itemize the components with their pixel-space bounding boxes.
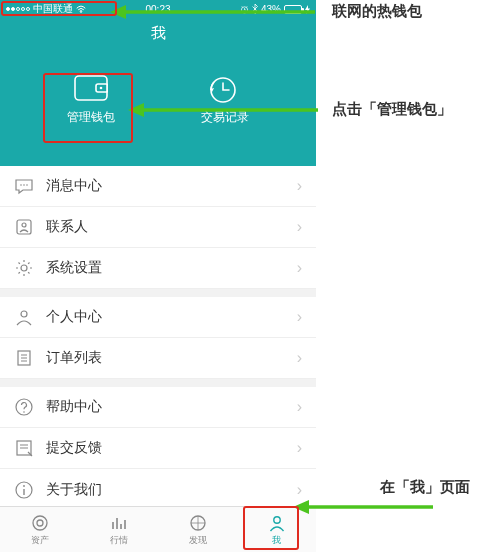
- chevron-right-icon: ›: [297, 259, 302, 277]
- tab-discover[interactable]: 发现: [158, 507, 237, 552]
- tab-label: 行情: [110, 534, 128, 547]
- chevron-right-icon: ›: [297, 439, 302, 457]
- tab-label: 发现: [189, 534, 207, 547]
- row-feedback[interactable]: 提交反馈 ›: [0, 428, 316, 469]
- row-settings[interactable]: 系统设置 ›: [0, 248, 316, 289]
- svg-point-15: [23, 411, 25, 413]
- signal-dots-icon: [6, 7, 30, 11]
- chevron-right-icon: ›: [297, 349, 302, 367]
- tab-me[interactable]: 我: [237, 507, 316, 552]
- tab-assets[interactable]: 资产: [0, 507, 79, 552]
- row-messages[interactable]: 消息中心 ›: [0, 166, 316, 207]
- page-title: 我: [0, 18, 316, 43]
- svg-point-8: [26, 184, 28, 186]
- bluetooth-icon: [252, 4, 258, 14]
- row-label: 消息中心: [46, 177, 102, 195]
- annotation-me-page: 在「我」页面: [380, 478, 470, 497]
- row-label: 联系人: [46, 218, 88, 236]
- manage-wallet-label: 管理钱包: [67, 109, 115, 126]
- contact-icon: [14, 217, 34, 237]
- settings-list: 消息中心 › 联系人 › 系统设置 › 个人中心 › 订单列表 › 帮助中心: [0, 166, 316, 510]
- row-label: 关于我们: [46, 481, 102, 499]
- clock: 00:23: [145, 4, 170, 15]
- alarm-icon: [240, 5, 249, 14]
- battery-pct: 43%: [261, 4, 281, 15]
- header: 我 管理钱包 交易记录: [0, 18, 316, 166]
- svg-point-7: [23, 184, 25, 186]
- svg-point-12: [21, 311, 27, 317]
- svg-point-22: [273, 516, 279, 522]
- svg-point-4: [100, 87, 103, 90]
- history-label: 交易记录: [201, 109, 249, 126]
- assets-icon: [30, 513, 50, 533]
- chevron-right-icon: ›: [297, 177, 302, 195]
- svg-point-11: [21, 265, 27, 271]
- manage-wallet-button[interactable]: 管理钱包: [46, 65, 136, 136]
- battery-icon: [284, 5, 302, 14]
- transaction-history-button[interactable]: 交易记录: [180, 65, 270, 136]
- row-label: 个人中心: [46, 308, 102, 326]
- row-label: 帮助中心: [46, 398, 102, 416]
- gear-icon: [14, 258, 34, 278]
- svg-point-20: [37, 520, 43, 526]
- chevron-right-icon: ›: [297, 398, 302, 416]
- chevron-right-icon: ›: [297, 308, 302, 326]
- feedback-icon: [14, 438, 34, 458]
- chat-icon: [14, 176, 34, 196]
- list-icon: [14, 348, 34, 368]
- svg-point-10: [22, 223, 26, 227]
- help-icon: [14, 397, 34, 417]
- row-label: 提交反馈: [46, 439, 102, 457]
- person-icon: [14, 307, 34, 327]
- wifi-icon: [76, 5, 86, 13]
- row-orders[interactable]: 订单列表 ›: [0, 338, 316, 379]
- chevron-right-icon: ›: [297, 481, 302, 499]
- row-contacts[interactable]: 联系人 ›: [0, 207, 316, 248]
- svg-point-19: [33, 516, 47, 530]
- me-icon: [267, 513, 287, 533]
- info-icon: [14, 480, 34, 500]
- row-label: 系统设置: [46, 259, 102, 277]
- wallet-icon: [74, 75, 108, 101]
- history-icon: [208, 75, 242, 101]
- row-label: 订单列表: [46, 349, 102, 367]
- phone-frame: 中国联通 00:23 43% 我: [0, 0, 316, 552]
- charging-icon: [305, 5, 310, 14]
- annotation-hotwallet: 联网的热钱包: [332, 2, 422, 21]
- status-bar: 中国联通 00:23 43%: [0, 0, 316, 18]
- svg-point-6: [20, 184, 22, 186]
- tab-bar: 资产 行情 发现 我: [0, 506, 316, 552]
- annotation-click-wallet: 点击「管理钱包」: [332, 100, 482, 119]
- tab-label: 我: [272, 534, 281, 547]
- row-about[interactable]: 关于我们 ›: [0, 469, 316, 510]
- row-profile[interactable]: 个人中心 ›: [0, 297, 316, 338]
- svg-point-0: [80, 11, 82, 13]
- discover-icon: [188, 513, 208, 533]
- tab-label: 资产: [31, 534, 49, 547]
- tab-market[interactable]: 行情: [79, 507, 158, 552]
- carrier-label: 中国联通: [33, 2, 73, 16]
- row-help[interactable]: 帮助中心 ›: [0, 387, 316, 428]
- svg-point-18: [23, 485, 25, 487]
- chevron-right-icon: ›: [297, 218, 302, 236]
- chart-icon: [109, 513, 129, 533]
